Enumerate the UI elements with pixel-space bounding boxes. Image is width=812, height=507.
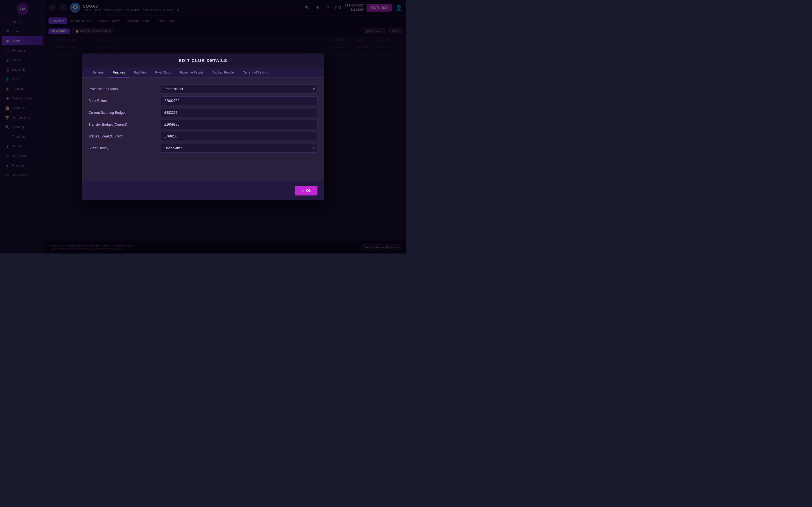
sugar-daddy-label: Sugar Daddy [89,146,156,150]
scouting-budget-label: Current Scouting Budget [89,111,156,115]
transfer-budget-input[interactable] [161,120,317,129]
modal-tabs: General Finances Facilities Rival Clubs … [82,68,324,78]
bank-balance-input[interactable] [161,96,317,105]
modal-overlay: EDIT CLUB DETAILS General Finances Facil… [0,0,406,253]
transfer-budget-label: Transfer Budget (Current) [89,122,156,126]
professional-status-select-wrapper: Professional Semi-Professional Amateur [161,84,317,94]
tab-facilities[interactable]: Facilities [130,68,150,77]
wage-budget-row: Wage Budget (Current) [89,132,317,141]
bank-balance-label: Bank Balance [89,99,156,103]
wage-budget-input[interactable] [161,132,317,141]
transfer-budget-row: Transfer Budget (Current) [89,120,317,129]
checkmark-icon: ✓ [302,189,305,193]
professional-status-label: Professional Status [89,87,156,91]
tab-disliked-people[interactable]: Disliked People [208,68,238,77]
tab-finances[interactable]: Finances [109,68,129,77]
tab-favourite-people[interactable]: Favourite People [176,68,207,77]
tab-rival-clubs[interactable]: Rival Clubs [151,68,175,77]
modal-title: EDIT CLUB DETAILS [179,58,227,63]
edit-club-details-modal: EDIT CLUB DETAILS General Finances Facil… [82,54,324,200]
modal-footer: ✓ Ok [82,181,324,200]
sugar-daddy-select[interactable]: Underwriter None Benefactor Sugar Daddy [161,144,317,153]
scouting-budget-input[interactable] [161,108,317,117]
tab-general[interactable]: General [89,68,107,77]
sugar-daddy-select-wrapper: Underwriter None Benefactor Sugar Daddy [161,144,317,153]
professional-status-row: Professional Status Professional Semi-Pr… [89,84,317,94]
modal-header: EDIT CLUB DETAILS [82,54,324,68]
scouting-budget-row: Current Scouting Budget [89,108,317,117]
tab-current-affiliations[interactable]: Current Affiliations [239,68,272,77]
professional-status-select[interactable]: Professional Semi-Professional Amateur [161,84,317,94]
sugar-daddy-row: Sugar Daddy Underwriter None Benefactor … [89,144,317,153]
modal-body: Professional Status Professional Semi-Pr… [82,78,324,181]
bank-balance-row: Bank Balance [89,96,317,105]
ok-button[interactable]: ✓ Ok [295,186,317,195]
wage-budget-label: Wage Budget (Current) [89,134,156,138]
